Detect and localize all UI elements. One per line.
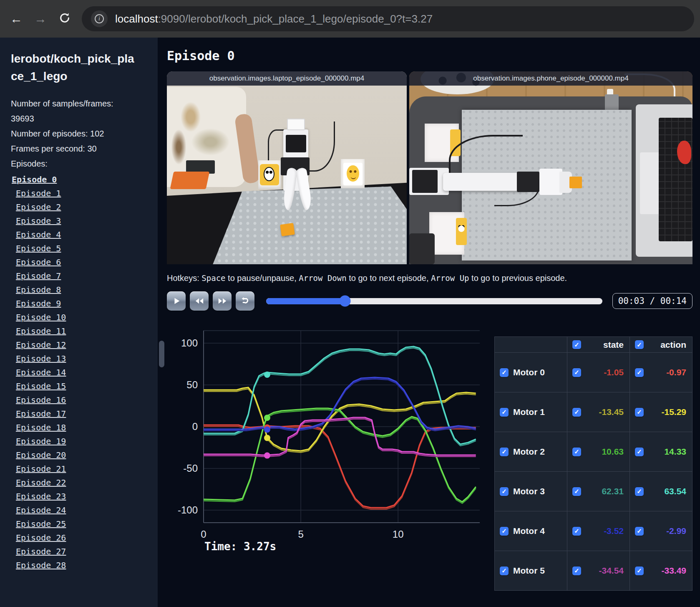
action-value-cell: ✓-33.49 [630, 551, 692, 591]
episode-link[interactable]: Episode 7 [11, 269, 154, 283]
column-header-label: state [603, 340, 624, 350]
episode-link[interactable]: Episode 4 [11, 228, 154, 242]
episode-link[interactable]: Episode 26 [11, 531, 154, 545]
checkbox[interactable]: ✓ [500, 408, 509, 417]
video-player-laptop[interactable]: observation.images.laptop_episode_000000… [167, 71, 407, 264]
episode-link[interactable]: Episode 21 [11, 462, 154, 476]
episode-link[interactable]: Episode 14 [11, 366, 154, 379]
checkbox[interactable]: ✓ [635, 408, 644, 417]
episode-link[interactable]: Episode 22 [11, 476, 154, 490]
motor-label-cell: ✓Motor 5 [495, 551, 567, 591]
episode-link[interactable]: Episode 25 [11, 517, 154, 531]
episode-link[interactable]: Episode 6 [11, 255, 154, 269]
checkbox[interactable]: ✓ [572, 368, 581, 377]
episode-link[interactable]: Episode 20 [11, 448, 154, 462]
episode-link[interactable]: Episode 1 [11, 187, 154, 200]
episode-link[interactable]: Episode 19 [11, 435, 154, 448]
url-path: :9090/lerobot/koch_pick_place_1_lego/epi… [158, 13, 433, 25]
y-tick-label: -100 [178, 504, 198, 516]
forward-icon[interactable]: → [34, 13, 47, 25]
state-value: 62.31 [602, 486, 624, 496]
seek-slider-fill [266, 298, 345, 304]
checkbox[interactable]: ✓ [500, 567, 509, 575]
seek-slider-thumb[interactable] [339, 296, 350, 307]
episode-link[interactable]: Episode 17 [11, 407, 154, 421]
checkbox[interactable]: ✓ [635, 340, 644, 349]
episode-link[interactable]: Episode 10 [11, 311, 154, 324]
video-player-phone[interactable]: observation.images.phone_episode_000000.… [409, 71, 692, 264]
episode-link[interactable]: Episode 24 [11, 503, 154, 517]
table-row: ✓Motor 1✓-13.45✓-15.29 [495, 392, 692, 432]
motor-label: Motor 3 [513, 486, 545, 496]
robot-head [287, 119, 305, 130]
checkbox[interactable]: ✓ [572, 408, 581, 417]
hotkeys-help: Hotkeys: Space to pause/unpause, Arrow D… [167, 273, 692, 283]
current-time-marker-Motor 4 [264, 427, 270, 433]
episode-link[interactable]: Episode 15 [11, 379, 154, 393]
checkbox[interactable]: ✓ [572, 448, 581, 456]
y-tick-label: 0 [192, 421, 198, 432]
checkbox[interactable]: ✓ [500, 527, 509, 536]
rewind-button[interactable] [190, 291, 209, 311]
table-corner-cell [495, 337, 567, 353]
orange-lego-brick [569, 177, 582, 188]
action-value: -33.49 [661, 566, 686, 576]
state-value: -3.52 [604, 526, 624, 536]
checkbox[interactable]: ✓ [572, 340, 581, 349]
episode-link[interactable]: Episode 3 [11, 214, 154, 228]
state-value: -34.54 [599, 566, 624, 576]
loop-button[interactable] [236, 291, 254, 311]
action-value: -2.99 [666, 526, 686, 536]
url-bar[interactable]: i localhost:9090/lerobot/koch_pick_place… [82, 6, 694, 31]
episode-link[interactable]: Episode 8 [11, 283, 154, 297]
checkbox[interactable]: ✓ [635, 527, 644, 536]
episode-link[interactable]: Episode 27 [11, 545, 154, 559]
episode-link[interactable]: Episode 16 [11, 393, 154, 407]
fast-forward-button[interactable] [213, 291, 232, 311]
checkbox[interactable]: ✓ [572, 527, 581, 536]
episode-link[interactable]: Episode 0 [11, 173, 154, 187]
checkbox[interactable]: ✓ [500, 448, 509, 456]
checkbox[interactable]: ✓ [635, 487, 644, 496]
hugging-face-mouth [351, 175, 356, 179]
episode-link[interactable]: Episode 2 [11, 200, 154, 214]
y-tick-label: 100 [181, 337, 198, 349]
episode-link[interactable]: Episode 28 [11, 559, 154, 572]
series-state-Motor 0 [204, 427, 476, 509]
hotkey-text: to go to next episode, [347, 273, 431, 283]
episode-link[interactable]: Episode 9 [11, 297, 154, 311]
seek-slider[interactable] [266, 298, 602, 304]
episode-list: Episode 0Episode 1Episode 2Episode 3Epis… [11, 173, 154, 572]
action-value-cell: ✓-2.99 [630, 511, 692, 551]
play-button[interactable] [167, 291, 186, 311]
checkbox[interactable]: ✓ [500, 487, 509, 496]
dataset-info-line: Number of samples/frames: 39693 [11, 96, 132, 126]
motor-label: Motor 1 [513, 407, 545, 417]
episode-link[interactable]: Episode 11 [11, 324, 154, 338]
reload-icon[interactable] [58, 12, 71, 26]
page-info-icon[interactable]: i [91, 10, 108, 27]
episode-link[interactable]: Episode 23 [11, 490, 154, 503]
scrollbar-thumb[interactable] [159, 341, 164, 367]
checkbox[interactable]: ✓ [635, 448, 644, 456]
checkbox[interactable]: ✓ [635, 567, 644, 575]
episode-link[interactable]: Episode 18 [11, 421, 154, 435]
state-value-cell: ✓-3.52 [567, 511, 630, 551]
action-value: -15.29 [661, 407, 686, 417]
episode-link[interactable]: Episode 5 [11, 242, 154, 255]
checkbox[interactable]: ✓ [500, 368, 509, 377]
episode-link[interactable]: Episode 13 [11, 352, 154, 366]
checkbox[interactable]: ✓ [572, 487, 581, 496]
laptop-keyboard [659, 118, 692, 241]
state-value: 10.63 [602, 447, 624, 457]
bottom-row: 100500-50-1000510Time: 3.27s ✓state✓acti… [167, 315, 692, 591]
back-icon[interactable]: ← [10, 13, 23, 25]
checkbox[interactable]: ✓ [635, 368, 644, 377]
checkbox[interactable]: ✓ [572, 567, 581, 575]
motor-label: Motor 2 [513, 447, 545, 457]
episode-link[interactable]: Episode 12 [11, 338, 154, 352]
robot-wrist [539, 169, 562, 195]
motor-label-cell: ✓Motor 2 [495, 432, 567, 472]
sidebar: lerobot/koch_pick_place_1_lego Number of… [0, 38, 158, 607]
dark-part [409, 233, 435, 264]
